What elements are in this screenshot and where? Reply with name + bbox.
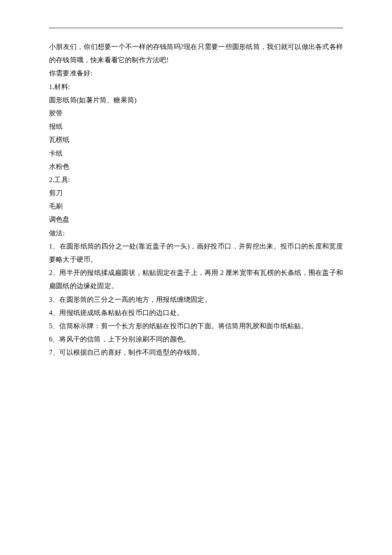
document-body: 小朋友们，你们想要一个不一样的存钱筒吗?现在只需要一些圆形纸筒，我们就可以做出各… <box>49 40 343 359</box>
step-item: 2、用半开的报纸揉成扁圆状，粘贴固定在盖子上，再用 2 厘米宽带有瓦楞的长条纸，… <box>49 266 343 292</box>
step-item: 5、信筒标示牌：剪一个长方形的纸贴在投币口的下面。将信筒用乳胶和面巾纸粘贴。 <box>49 319 343 332</box>
step-item: 1、在圆形纸筒的四分之一处(靠近盖子的一头)，画好投币口，并剪挖出来。投币口的长… <box>49 240 343 266</box>
tool-item: 毛刷 <box>49 199 343 213</box>
material-item: 水粉色 <box>49 160 343 173</box>
tool-item: 调色盘 <box>49 213 343 226</box>
intro-paragraph: 小朋友们，你们想要一个不一样的存钱筒吗?现在只需要一些圆形纸筒，我们就可以做出各… <box>49 40 343 66</box>
step-item: 7、可以根据自己的喜好，制作不同造型的存钱筒。 <box>49 346 343 359</box>
material-item: 卡纸 <box>49 147 343 160</box>
materials-label: 1.材料: <box>49 80 343 93</box>
step-item: 4、用报纸搓成纸条粘贴在投币口的边口处。 <box>49 306 343 319</box>
method-label: 做法: <box>49 226 343 240</box>
prepare-label: 你需要准备好: <box>49 66 343 80</box>
tool-item: 剪刀 <box>49 186 343 199</box>
material-item: 胶带 <box>49 107 343 120</box>
step-item: 6、将风干的信筒，上下分别涂刷不同的颜色。 <box>49 332 343 346</box>
material-item: 瓦楞纸 <box>49 133 343 146</box>
step-item: 3、在圆形筒的三分之一高的地方，用报纸缠绕固定。 <box>49 293 343 306</box>
tools-label: 2.工具: <box>49 173 343 186</box>
material-item: 圆形纸筒(如薯片筒、糖果筒) <box>49 93 343 107</box>
material-item: 报纸 <box>49 120 343 133</box>
top-divider <box>49 28 343 28</box>
